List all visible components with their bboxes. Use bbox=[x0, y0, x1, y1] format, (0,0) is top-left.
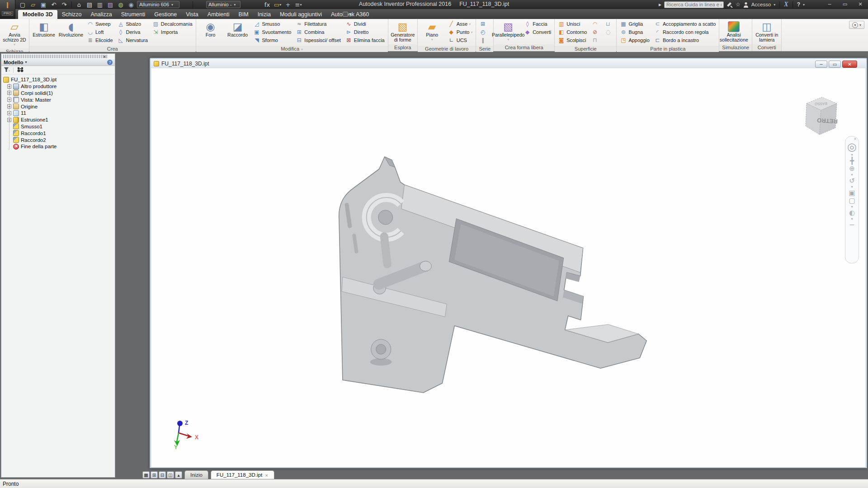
document-tab-inizio[interactable]: Inizio bbox=[184, 470, 208, 479]
save-icon[interactable]: ▣ bbox=[39, 1, 48, 9]
rivoluzione-button[interactable]: ◖Rivoluzione bbox=[58, 20, 84, 38]
help-globe-icon[interactable]: ◉ bbox=[127, 1, 136, 9]
chevron-down-icon[interactable]: ▾ bbox=[851, 153, 853, 157]
chevron-down-icon[interactable]: ▾ bbox=[851, 185, 853, 189]
new-file-icon[interactable]: ▢ bbox=[18, 1, 27, 9]
pan-icon[interactable]: ╋ bbox=[850, 158, 854, 164]
elimina-faccia-button[interactable]: ⊠Elimina faccia bbox=[344, 36, 387, 44]
avvia-schizzo-2d-button[interactable]: ▱Avvia schizzo 2D▾ bbox=[1, 20, 28, 47]
tab-close-icon[interactable]: × bbox=[265, 473, 269, 478]
group-label-crea-forma-libera[interactable]: Crea forma libera bbox=[494, 44, 554, 51]
tree-item-origine[interactable]: +Origine bbox=[1, 103, 115, 110]
raccorda-superficie-button[interactable]: ◠ bbox=[590, 20, 602, 28]
group-label-converti[interactable]: Converti bbox=[752, 44, 781, 51]
group-label-esplora[interactable]: Esplora bbox=[388, 44, 417, 51]
piano-button[interactable]: ▰Piano▾ bbox=[419, 20, 445, 42]
filter-icon[interactable] bbox=[4, 66, 9, 74]
tab-strumenti[interactable]: Strumenti bbox=[117, 10, 150, 19]
clear-appearance-icon[interactable] bbox=[252, 1, 261, 9]
tab-vista[interactable]: Vista bbox=[181, 10, 203, 19]
tree-item-raccordo1[interactable]: Raccordo1 bbox=[1, 130, 115, 136]
restore-button[interactable]: ▭ bbox=[837, 0, 853, 9]
deriva-button[interactable]: ◊Deriva bbox=[116, 28, 150, 36]
sostituisci-faccia-button[interactable]: ⊓ bbox=[590, 36, 602, 44]
adjust-appearance-icon[interactable] bbox=[242, 1, 251, 9]
open-icon[interactable]: ▱ bbox=[28, 1, 38, 9]
tab-inizia[interactable]: Inizia bbox=[253, 10, 275, 19]
asse-button[interactable]: ╱Asse▾ bbox=[446, 20, 475, 28]
ispessisci-offset-button[interactable]: ⊟Ispessisci/ offset bbox=[294, 36, 343, 44]
render-image-icon[interactable]: ▨ bbox=[106, 1, 115, 9]
color-wheel-icon[interactable] bbox=[181, 1, 190, 9]
serie-circolare-button[interactable]: ◴ bbox=[477, 28, 490, 36]
tree-item-estrusione1[interactable]: +Estrusione1 bbox=[1, 117, 115, 123]
doc-close-button[interactable]: ✕ bbox=[842, 61, 857, 68]
tree-item-fine-della-parte[interactable]: Fine della parte bbox=[1, 143, 115, 150]
lookat-icon[interactable]: ▣ bbox=[849, 190, 855, 197]
search-input[interactable] bbox=[664, 1, 724, 8]
tile-horizontal-icon[interactable]: ⊟ bbox=[159, 471, 166, 479]
ripara-superficie-button[interactable]: ◌ bbox=[603, 28, 615, 36]
help-icon[interactable]: ? bbox=[797, 1, 800, 8]
expand-search-icon[interactable]: ▸ bbox=[659, 1, 661, 8]
analisi-sollecitazione-button[interactable]: Analisi sollecitazione bbox=[721, 20, 747, 43]
tree-item-fu-117-118-3d-ipt[interactable]: FU_117_118_3D.ipt bbox=[1, 76, 115, 83]
doc-minimize-button[interactable]: ─ bbox=[815, 61, 827, 68]
appearance-ball-icon[interactable] bbox=[196, 1, 205, 9]
raccordo-con-regola-button[interactable]: ◜Raccordo con regola bbox=[652, 28, 717, 36]
importa-button[interactable]: ⇲Importa bbox=[151, 28, 194, 36]
serie-speculare-button[interactable]: ∥ bbox=[477, 36, 490, 44]
tile-vertical-icon[interactable]: ◫ bbox=[167, 471, 174, 479]
decalcomania-button[interactable]: ▨Decalcomania bbox=[151, 20, 194, 28]
help-dropdown-icon[interactable]: ▾ bbox=[803, 3, 805, 7]
chevron-down-icon[interactable]: ▾ bbox=[851, 205, 853, 209]
group-label-parte-in-plastica[interactable]: Parte in plastica bbox=[617, 45, 719, 52]
sbalzo-button[interactable]: ◬Sbalzo bbox=[116, 20, 150, 28]
doc-restore-button[interactable]: ▭ bbox=[829, 61, 841, 68]
group-label-simulazione[interactable]: Simulazione bbox=[719, 44, 752, 51]
converti-button[interactable]: ◆Converti bbox=[522, 28, 553, 36]
panel-title-dropdown-icon[interactable]: ▾ bbox=[25, 60, 27, 64]
document-tab-fu-117-118-3d-ipt[interactable]: FU_117_118_3D.ipt× bbox=[211, 470, 274, 479]
document-titlebar[interactable]: FU_117_118_3D.ipt bbox=[151, 59, 866, 68]
converti-in-lamiera-button[interactable]: ◫Converti in lamiera bbox=[754, 20, 780, 43]
shade-icon[interactable]: ◐ bbox=[849, 210, 855, 216]
views-icon[interactable]: ▢ bbox=[849, 197, 855, 204]
ribbon-collapse-button[interactable]: ▾ ▾ bbox=[849, 21, 864, 29]
svuotamento-button[interactable]: ▣Svuotamento bbox=[252, 28, 293, 36]
display-settings-icon[interactable]: ▥ bbox=[95, 1, 104, 9]
tab-analizza[interactable]: Analizza bbox=[86, 10, 116, 19]
minimize-button[interactable]: ─ bbox=[822, 0, 837, 9]
group-label-geometrie-di-lavoro[interactable]: Geometrie di lavoro bbox=[418, 45, 476, 52]
tree-item-vista-master[interactable]: +Vista: Master bbox=[1, 96, 115, 103]
account-person-icon[interactable] bbox=[743, 2, 749, 8]
cascade-windows-icon[interactable]: ▩ bbox=[142, 471, 150, 479]
panel-close-icon[interactable]: ✕ bbox=[103, 55, 106, 59]
material-select[interactable]: Alluminio 606▾ bbox=[137, 1, 179, 8]
nervatura-button[interactable]: ◺Nervatura bbox=[116, 36, 150, 44]
estrusione-button[interactable]: ◧Estrusione bbox=[31, 20, 57, 38]
group-label-modifica[interactable]: Modifica▾ bbox=[196, 45, 388, 52]
ucs-button[interactable]: ∟UCS bbox=[446, 36, 475, 44]
griglia-button[interactable]: ▦Griglia bbox=[618, 20, 651, 28]
loft-button[interactable]: ◡Loft bbox=[85, 28, 115, 36]
bordo-a-incastro-button[interactable]: ⊏Bordo a incastro bbox=[652, 36, 717, 44]
close-button[interactable]: ✕ bbox=[853, 0, 868, 9]
unisci-button[interactable]: ▥Unisci bbox=[556, 20, 589, 28]
account-label[interactable]: Accesso bbox=[751, 2, 771, 7]
tab-gestione[interactable]: Gestione bbox=[150, 10, 181, 19]
parallelepipedo-button[interactable]: ▧Parallelepipedo▾ bbox=[495, 20, 521, 42]
generatore-di-forme-button[interactable]: ▧Generatore di forme bbox=[390, 20, 416, 43]
diretto-button[interactable]: ⊳Diretto bbox=[344, 28, 387, 36]
viewcube[interactable]: BASSO RETRO bbox=[794, 92, 846, 144]
tree-item-11[interactable]: +11 bbox=[1, 110, 115, 117]
viewcube-top-label[interactable]: BASSO bbox=[815, 102, 827, 106]
panel-help-icon[interactable]: ? bbox=[107, 60, 113, 65]
plus-icon[interactable]: + bbox=[283, 1, 292, 9]
account-dropdown-icon[interactable]: ▾ bbox=[774, 3, 775, 7]
ribbon-display-toggle[interactable]: ▾ bbox=[343, 10, 356, 18]
panel-grip[interactable]: ✕ bbox=[3, 55, 108, 58]
filettatura-button[interactable]: ≈Filettatura bbox=[294, 20, 343, 28]
part-model-3d[interactable] bbox=[151, 68, 865, 467]
viewcube-front-label[interactable]: RETRO bbox=[817, 117, 838, 125]
